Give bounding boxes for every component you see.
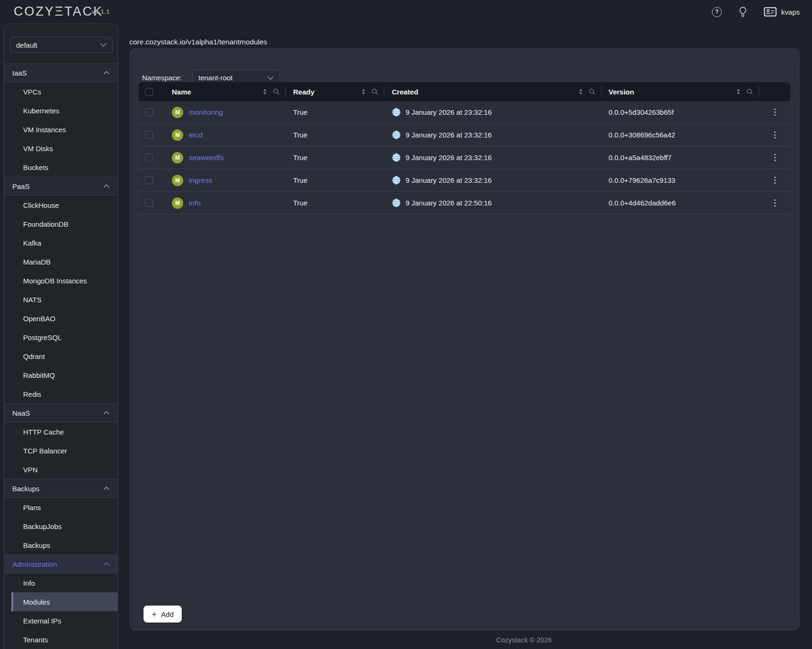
sidebar-item-modules[interactable]: Modules bbox=[11, 592, 118, 611]
module-name-link[interactable]: seaweedfs bbox=[189, 154, 224, 162]
sidebar-item-vm-disks[interactable]: VM Disks bbox=[4, 139, 118, 158]
column-label-name: Name bbox=[172, 88, 191, 96]
row-ready-cell: True bbox=[286, 101, 384, 123]
row-checkbox[interactable] bbox=[145, 131, 153, 139]
sidebar-item-label: Tenants bbox=[23, 636, 48, 644]
kebab-menu-icon[interactable] bbox=[772, 174, 778, 186]
sidebar-item-nats[interactable]: NATS bbox=[4, 290, 118, 309]
column-header-name: Name bbox=[159, 82, 286, 101]
sidebar-item-info[interactable]: Info bbox=[4, 573, 118, 592]
sidebar-section-header-paas[interactable]: PaaS bbox=[4, 177, 118, 196]
version-value: 0.0.0+79626a7c9133 bbox=[609, 176, 675, 184]
theme-toggle-button[interactable] bbox=[739, 7, 747, 17]
sidebar-item-label: RabbitMQ bbox=[23, 371, 55, 379]
table-row: MmonitoringTrue9 January 2026 at 23:32:1… bbox=[139, 101, 790, 124]
context-select-value: default bbox=[16, 41, 37, 49]
sidebar-item-vpcs[interactable]: VPCs bbox=[4, 82, 118, 101]
sidebar-item-vpn[interactable]: VPN bbox=[4, 460, 118, 479]
globe-icon bbox=[392, 153, 401, 162]
help-button[interactable]: ? bbox=[712, 7, 722, 17]
sidebar-item-tenants[interactable]: Tenants bbox=[4, 630, 118, 649]
sidebar-item-label: OpenBAO bbox=[23, 315, 55, 323]
search-icon[interactable] bbox=[273, 88, 279, 95]
sidebar-item-label: VM Disks bbox=[23, 145, 53, 153]
row-checkbox[interactable] bbox=[145, 199, 153, 207]
kebab-menu-icon[interactable] bbox=[772, 106, 778, 118]
top-bar: COZYΞTACK v1.1.1 ? bbox=[0, 0, 812, 24]
sidebar-item-qdrant[interactable]: Qdrant bbox=[4, 347, 118, 366]
search-icon[interactable] bbox=[372, 88, 378, 95]
module-name-link[interactable]: ingress bbox=[189, 176, 212, 185]
sidebar-item-vm-instances[interactable]: VM Instances bbox=[4, 120, 118, 139]
sidebar-section-header-naas[interactable]: NaaS bbox=[4, 403, 118, 422]
sidebar-item-buckets[interactable]: Buckets bbox=[4, 158, 118, 177]
row-select-cell bbox=[139, 146, 159, 169]
user-menu[interactable]: kvaps bbox=[764, 7, 800, 17]
sidebar-item-openbao[interactable]: OpenBAO bbox=[4, 309, 118, 328]
sort-icon[interactable] bbox=[578, 88, 584, 95]
sidebar-item-foundationdb[interactable]: FoundationDB bbox=[4, 214, 118, 233]
column-header-ready: Ready bbox=[286, 82, 384, 101]
module-name-link[interactable]: etcd bbox=[189, 131, 203, 139]
add-button[interactable]: + Add bbox=[144, 606, 182, 623]
row-version-cell: 0.0.0+308696c56a42 bbox=[601, 124, 759, 146]
sort-icon[interactable] bbox=[262, 88, 268, 95]
module-name-link[interactable]: monitoring bbox=[189, 108, 223, 117]
module-avatar: M bbox=[172, 107, 183, 118]
chevron-up-icon bbox=[103, 71, 110, 75]
row-actions-cell bbox=[759, 146, 790, 169]
sidebar-item-label: BackupJobs bbox=[23, 522, 62, 530]
row-checkbox[interactable] bbox=[145, 154, 153, 162]
chevron-down-icon bbox=[267, 76, 274, 80]
search-icon[interactable] bbox=[589, 88, 595, 95]
column-label-created: Created bbox=[392, 88, 418, 96]
ready-value: True bbox=[293, 199, 307, 207]
sidebar-item-label: Plans bbox=[23, 504, 41, 512]
table-row: MingressTrue9 January 2026 at 23:32:160.… bbox=[139, 169, 790, 192]
sidebar: default IaaSVPCsKubernetesVM InstancesVM… bbox=[4, 24, 118, 649]
created-value: 9 January 2026 at 22:50:16 bbox=[406, 199, 492, 207]
sidebar-item-clickhouse[interactable]: ClickHouse bbox=[4, 196, 118, 214]
row-created-cell: 9 January 2026 at 23:32:16 bbox=[384, 146, 601, 169]
sidebar-item-tcp-balancer[interactable]: TCP Balancer bbox=[4, 441, 118, 460]
sidebar-item-label: Modules bbox=[23, 598, 50, 606]
row-actions-cell bbox=[759, 169, 790, 191]
row-select-cell bbox=[139, 124, 159, 146]
sidebar-item-kafka[interactable]: Kafka bbox=[4, 233, 118, 252]
sidebar-section-header-backups[interactable]: Backups bbox=[4, 479, 118, 498]
sidebar-item-redis[interactable]: Redis bbox=[4, 384, 118, 403]
sidebar-item-backups[interactable]: Backups bbox=[4, 536, 118, 555]
kebab-menu-icon[interactable] bbox=[772, 197, 778, 209]
sort-icon[interactable] bbox=[361, 88, 366, 95]
row-checkbox[interactable] bbox=[145, 108, 153, 116]
module-avatar: M bbox=[172, 129, 183, 141]
sort-icon[interactable] bbox=[736, 88, 741, 95]
sidebar-item-plans[interactable]: Plans bbox=[4, 498, 118, 517]
sidebar-section-header-iaas[interactable]: IaaS bbox=[4, 63, 118, 82]
ready-value: True bbox=[293, 108, 307, 116]
sidebar-item-kubernetes[interactable]: Kubernetes bbox=[4, 101, 118, 120]
sidebar-item-rabbitmq[interactable]: RabbitMQ bbox=[4, 366, 118, 384]
row-created-cell: 9 January 2026 at 23:32:16 bbox=[384, 101, 601, 123]
kebab-menu-icon[interactable] bbox=[772, 152, 778, 163]
sidebar-item-http-cache[interactable]: HTTP Cache bbox=[4, 422, 118, 441]
app-logo: COZYΞTACK bbox=[14, 4, 103, 19]
row-name-cell: Minfo bbox=[159, 192, 286, 214]
sidebar-item-mariadb[interactable]: MariaDB bbox=[4, 252, 118, 271]
sidebar-item-backupjobs[interactable]: BackupJobs bbox=[4, 517, 118, 536]
module-name-link[interactable]: info bbox=[189, 199, 201, 207]
sidebar-item-label: TCP Balancer bbox=[23, 447, 67, 455]
kebab-menu-icon[interactable] bbox=[772, 129, 778, 141]
column-tools bbox=[578, 88, 601, 95]
context-select[interactable]: default bbox=[10, 37, 113, 53]
select-all-checkbox[interactable] bbox=[145, 88, 153, 96]
sidebar-item-external-ips[interactable]: External IPs bbox=[4, 611, 118, 630]
row-checkbox[interactable] bbox=[145, 176, 153, 184]
sidebar-item-label: FoundationDB bbox=[23, 220, 68, 228]
sidebar-item-postgresql[interactable]: PostgreSQL bbox=[4, 328, 118, 347]
search-icon[interactable] bbox=[746, 88, 753, 95]
ready-value: True bbox=[293, 154, 307, 162]
sidebar-section-label: Backups bbox=[12, 485, 40, 493]
sidebar-section-header-administration[interactable]: Administration bbox=[4, 555, 118, 573]
sidebar-item-mongodb-instances[interactable]: MongoDB Instances bbox=[4, 271, 118, 290]
